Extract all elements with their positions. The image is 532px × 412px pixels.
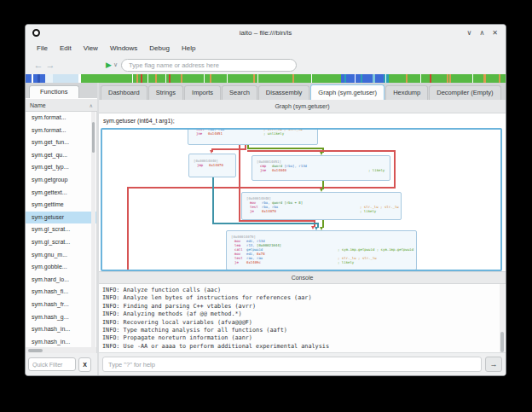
- memory-map-segment[interactable]: [431, 74, 447, 83]
- tab-functions[interactable]: Functions: [29, 85, 79, 98]
- function-list-item[interactable]: sym.gl_scrat...: [26, 223, 96, 236]
- basic-block-0x00014048[interactable]: [0x00014048] movrbx, qword [rbx + 8] tes…: [241, 192, 402, 220]
- memory-map-segment[interactable]: [451, 74, 472, 83]
- function-list-item[interactable]: sym.format...: [26, 112, 96, 125]
- memory-map-strip[interactable]: [26, 74, 506, 83]
- tab-decompiler-empty[interactable]: Decompiler (Empty): [429, 85, 500, 100]
- clear-filter-button[interactable]: X: [78, 357, 91, 372]
- console-command-input[interactable]: [102, 357, 482, 372]
- memory-map-segment[interactable]: [375, 74, 384, 83]
- console-log-line: INFO: Analyze len bytes of instructions …: [102, 294, 506, 302]
- console-log-line: INFO: Analyze function calls (aac): [102, 287, 506, 294]
- maximize-button[interactable]: ∧: [479, 29, 484, 37]
- memory-map-segment[interactable]: [258, 74, 292, 83]
- memory-map-segment[interactable]: [294, 74, 311, 83]
- memory-map-segment[interactable]: [157, 74, 165, 83]
- graph-canvas[interactable]: testrbx, rbx; str._lu ; str._lu jne0x140…: [101, 128, 502, 271]
- memory-map-segment[interactable]: [228, 74, 253, 83]
- memory-map-segment[interactable]: [312, 74, 341, 83]
- close-button[interactable]: ✕: [492, 29, 498, 37]
- memory-map-segment[interactable]: [45, 74, 53, 83]
- console-scrollbar-thumb[interactable]: [500, 332, 504, 352]
- memory-map-segment[interactable]: [171, 74, 181, 83]
- tab-imports[interactable]: Imports: [184, 85, 221, 100]
- function-list-item[interactable]: sym.gl_scrat...: [26, 236, 96, 249]
- menu-edit[interactable]: Edit: [54, 43, 78, 54]
- quick-filter-input[interactable]: [28, 357, 76, 371]
- functions-hscrollbar[interactable]: [26, 347, 97, 353]
- function-list-item[interactable]: sym.gettime: [26, 199, 96, 212]
- forward-icon[interactable]: →: [44, 60, 56, 70]
- memory-map-segment[interactable]: [53, 74, 78, 83]
- menu-view[interactable]: View: [78, 43, 104, 54]
- graph-panel-title: Graph (sym.getuser): [99, 100, 506, 113]
- function-list-item[interactable]: sym.getgroup: [26, 174, 96, 187]
- console-log[interactable]: INFO: Analyze function calls (aac)INFO: …: [99, 284, 506, 352]
- functions-scrollbar-thumb[interactable]: [92, 122, 95, 153]
- memory-map-segment[interactable]: [26, 74, 32, 83]
- functions-dock-header: Functions: [26, 83, 97, 98]
- memory-map-segment[interactable]: [182, 74, 204, 83]
- function-list-item[interactable]: sym.getuser: [26, 212, 96, 224]
- tab-disassembly[interactable]: Disassembly: [258, 85, 310, 100]
- function-list-item[interactable]: sym.gobble...: [26, 261, 96, 274]
- omnibar-search-input[interactable]: [121, 59, 297, 72]
- function-list-item[interactable]: sym.gettext...: [26, 187, 96, 200]
- main-tab-bar: DashboardStringsImportsSearchDisassembly…: [99, 83, 506, 100]
- memory-map-segment[interactable]: [211, 74, 227, 83]
- memory-map-segment[interactable]: [362, 74, 373, 83]
- functions-scrollbar[interactable]: [91, 112, 95, 347]
- function-list-item[interactable]: sym.hash_fi...: [26, 286, 96, 299]
- basic-block-0x00014040[interactable]: [0x00014040] jmp0x14070: [188, 154, 236, 177]
- function-list-item[interactable]: sym.hash_fr...: [26, 299, 96, 311]
- console-log-line: INFO: Use -AA or aaaa to perform additio…: [102, 343, 506, 351]
- function-list-item[interactable]: sym.hash_g...: [26, 311, 96, 324]
- console-log-line: INFO: Propagate noreturn information (aa…: [102, 334, 506, 342]
- function-list-item[interactable]: sym.get_qu...: [26, 149, 96, 162]
- memory-map-segment[interactable]: [148, 74, 155, 83]
- console-input-row: →: [99, 352, 506, 375]
- tab-strings[interactable]: Strings: [148, 85, 183, 100]
- basic-block-0x00014051[interactable]: [0x00014051] cmpdword [rbx], r13d jne0x1…: [252, 155, 390, 181]
- function-list-item[interactable]: sym.get_fun...: [26, 136, 96, 149]
- function-list-item[interactable]: sym.gnu_m...: [26, 249, 96, 262]
- memory-map-segment[interactable]: [346, 74, 355, 83]
- memory-map-segment[interactable]: [389, 74, 406, 83]
- function-list-item[interactable]: sym.hash_in...: [26, 336, 96, 347]
- tab-graph-sym-getuser[interactable]: Graph (sym.getuser): [310, 84, 385, 100]
- memory-map-segment[interactable]: [500, 74, 506, 83]
- functions-list[interactable]: sym.format...sym.format...sym.get_fun...…: [26, 112, 97, 347]
- basic-block-0x00014070[interactable]: [0x00014070] movedi, r13d lear13, [0x000…: [226, 230, 417, 270]
- back-icon[interactable]: ←: [32, 60, 44, 70]
- function-list-item[interactable]: sym.get_typ...: [26, 161, 96, 174]
- title-bar[interactable]: iaito – file:///bin/ls ∨ ∧ ✕: [26, 25, 506, 40]
- console-scrollbar[interactable]: [500, 284, 505, 352]
- menu-windows[interactable]: Windows: [104, 43, 143, 54]
- function-list-item[interactable]: sym.hard_lo...: [26, 274, 96, 287]
- tab-dashboard[interactable]: Dashboard: [101, 85, 147, 100]
- menu-file[interactable]: File: [31, 43, 54, 54]
- basic-block-entry[interactable]: testrbx, rbx; str._lu ; str._lu jne0x140…: [188, 128, 318, 145]
- menu-bar: File Edit View Windows Debug Help: [26, 40, 506, 55]
- menu-debug[interactable]: Debug: [143, 43, 176, 54]
- tab-hexdump[interactable]: Hexdump: [385, 85, 428, 100]
- arrow-right-icon: →: [490, 360, 498, 368]
- memory-map-segment[interactable]: [81, 74, 132, 83]
- minimize-button[interactable]: ∨: [467, 29, 472, 37]
- function-list-item[interactable]: sym.format...: [26, 125, 96, 137]
- memory-map-segment[interactable]: [408, 74, 420, 83]
- play-debug-icon[interactable]: ▶: [106, 61, 112, 69]
- chevron-down-icon[interactable]: ∨: [113, 61, 118, 68]
- memory-map-segment[interactable]: [421, 74, 430, 83]
- console-log-line: INFO: Recovering local variables (afva@@…: [102, 319, 506, 327]
- memory-map-segment[interactable]: [486, 74, 499, 83]
- tab-search[interactable]: Search: [222, 85, 257, 100]
- functions-name-column-header[interactable]: Name ∧: [26, 98, 97, 112]
- memory-map-segment[interactable]: [473, 74, 483, 83]
- app-window: iaito – file:///bin/ls ∨ ∧ ✕ File Edit V…: [25, 24, 506, 376]
- execute-command-button[interactable]: →: [485, 357, 502, 372]
- menu-help[interactable]: Help: [176, 43, 201, 54]
- function-list-item[interactable]: sym.hash_in...: [26, 323, 96, 336]
- functions-hscrollbar-thumb[interactable]: [28, 349, 43, 352]
- graph-panel: sym.getuser (int64_t arg1);: [99, 113, 506, 271]
